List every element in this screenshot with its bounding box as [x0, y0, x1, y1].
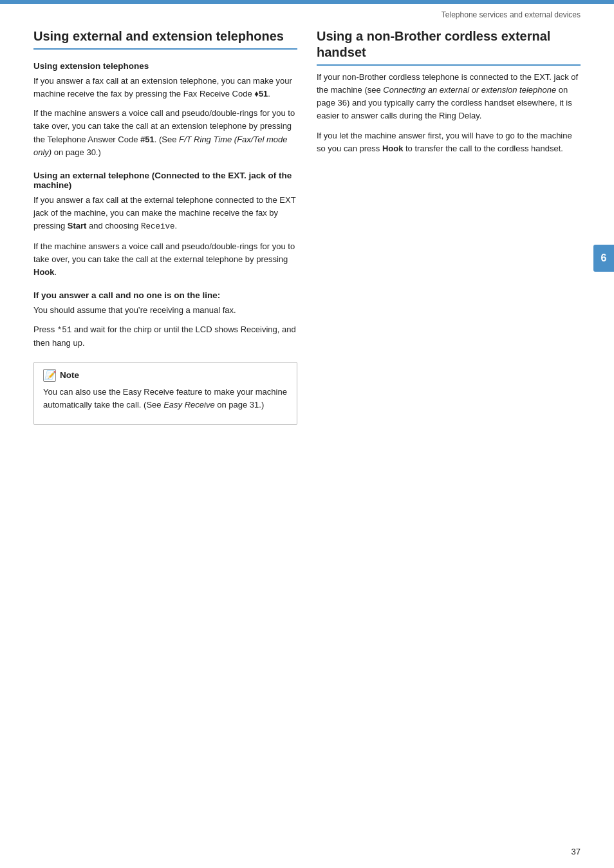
breadcrumb: Telephone services and external devices [442, 10, 581, 19]
sub3-para2-plain: Press [33, 325, 57, 334]
right-para1-italic: Connecting an external or extension tele… [383, 85, 556, 95]
chapter-tab: 6 [593, 245, 614, 272]
sub2-para1: If you answer a fax call at the external… [33, 194, 297, 234]
left-section-title: Using external and extension telephones [33, 28, 297, 50]
note-para: You can also use the Easy Receive featur… [43, 386, 288, 411]
right-para1: If your non-Brother cordless telephone i… [317, 71, 581, 123]
sub1-para2-end: . (See [154, 135, 179, 144]
right-section-title: Using a non-Brother cordless external ha… [317, 28, 581, 66]
note-para-end: on page 31.) [215, 400, 265, 410]
page-content: Using external and extension telephones … [0, 22, 614, 451]
sub1-para2: If the machine answers a voice call and … [33, 107, 297, 159]
sub1-para2-end2: on page 30.) [51, 147, 101, 157]
right-para2: If you let the machine answer first, you… [317, 129, 581, 155]
sub2-para1-mid: and choosing [86, 221, 141, 231]
note-header: 📝 Note [43, 369, 288, 382]
sub2-para1-code: Receive [141, 222, 175, 231]
note-box: 📝 Note You can also use the Easy Receive… [33, 362, 297, 426]
sub3-para2: Press *51 and wait for the chirp or unti… [33, 323, 297, 350]
sub1-para2-bold: #51 [140, 135, 154, 144]
sub2-para2-text: If the machine answers a voice call and … [33, 241, 295, 264]
note-label: Note [60, 369, 79, 382]
right-para2-end: to transfer the call to the cordless han… [403, 144, 563, 153]
sub2-para2-bold: Hook [33, 267, 55, 277]
note-para-italic: Easy Receive [163, 400, 214, 410]
sub2-para2-end: . [55, 267, 57, 277]
sub1-para1-text: If you answer a fax call at an extension… [33, 76, 292, 99]
sub2-para1-end: . [174, 221, 177, 231]
sub2-para2: If the machine answers a voice call and … [33, 240, 297, 279]
page-header: Telephone services and external devices [0, 4, 614, 22]
sub3-para1: You should assume that you’re receiving … [33, 304, 297, 317]
sub3-para2-end: and wait for the chirp or until the LCD … [33, 325, 296, 348]
sub1-para1-end: . [268, 89, 270, 99]
left-column: Using external and extension telephones … [33, 28, 297, 425]
sub2-heading: Using an external telephone (Connected t… [33, 171, 297, 190]
right-column: Using a non-Brother cordless external ha… [317, 28, 581, 425]
sub2-para1-bold: Start [68, 221, 87, 231]
sub1-para1: If you answer a fax call at an extension… [33, 75, 297, 100]
sub1-para1-code: ♦51 [254, 89, 268, 99]
page-number: 37 [572, 847, 581, 856]
sub1-heading: Using extension telephones [33, 61, 297, 71]
sub3-heading: If you answer a call and no one is on th… [33, 290, 297, 300]
right-para2-bold: Hook [382, 144, 404, 153]
note-icon: 📝 [43, 369, 56, 382]
sub3-para2-code: *51 [57, 326, 72, 335]
